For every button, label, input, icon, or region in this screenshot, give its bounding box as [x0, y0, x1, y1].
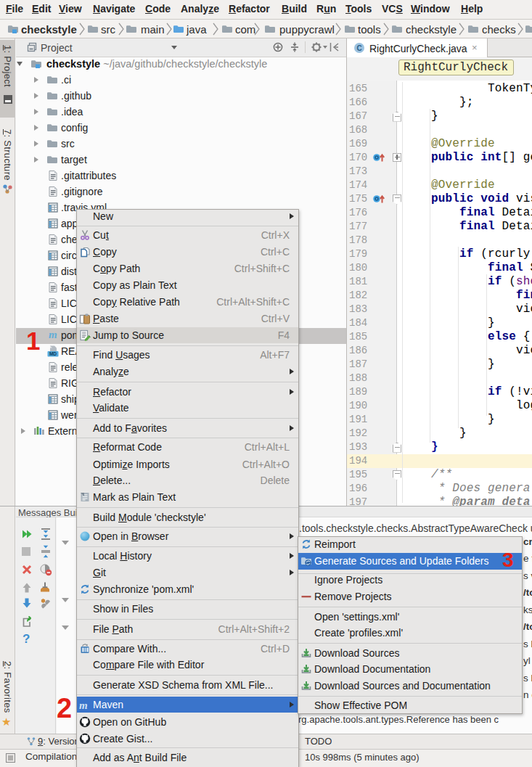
svg-text:MD: MD — [49, 351, 57, 356]
svg-text:C: C — [356, 44, 361, 52]
